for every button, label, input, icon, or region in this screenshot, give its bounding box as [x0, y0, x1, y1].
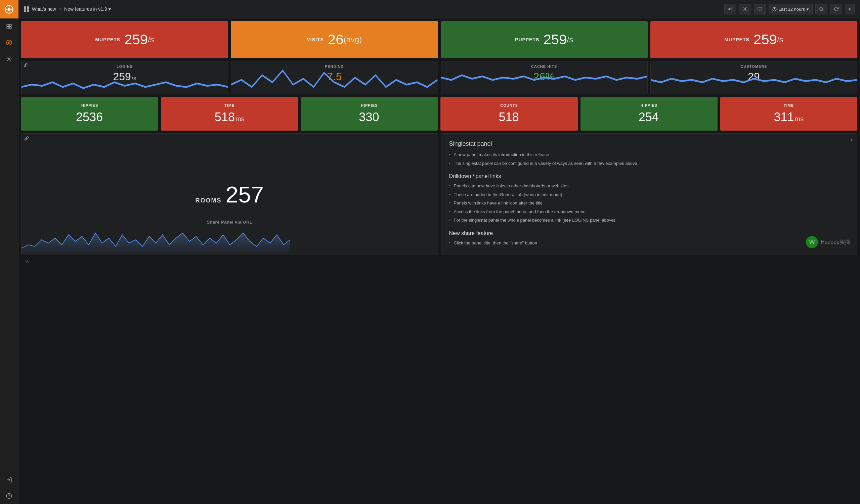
refresh-button[interactable]	[830, 4, 842, 14]
section2-list: Panels can now have links to other dashb…	[449, 183, 849, 224]
rooms-value: 257	[226, 181, 264, 208]
svg-marker-11	[8, 42, 10, 44]
breadcrumb-root[interactable]: What's new	[32, 6, 56, 12]
breadcrumb-current[interactable]: New features in v1.9 ▾	[64, 6, 111, 12]
counts-panel[interactable]: COUNTS 518	[441, 97, 577, 131]
list-item: Panels can now have links to other dashb…	[449, 183, 849, 189]
chevron-down-icon: ▾	[109, 6, 111, 12]
svg-point-18	[731, 10, 732, 11]
settings-icon	[743, 7, 747, 11]
muppets-label-1: MUPPETS	[95, 37, 120, 42]
sidebar-bottom	[0, 472, 18, 504]
sidebar	[0, 0, 18, 504]
list-item: Access the links from the panel menu, an…	[449, 208, 849, 215]
hippies-value-2: 330	[359, 110, 379, 124]
time-label-2: TIME	[784, 103, 794, 107]
row-color-stats: HIPPIES 2536 TIME 518 ms HIPPIES 330	[21, 97, 857, 131]
hippies-panel-2[interactable]: HIPPIES 330	[301, 97, 438, 131]
search-icon	[819, 7, 824, 11]
svg-rect-6	[7, 24, 9, 26]
sidebar-item-help[interactable]	[0, 488, 18, 504]
muppets-unit-1: /s	[148, 35, 154, 44]
svg-point-26	[820, 8, 823, 11]
breadcrumb-separator: >	[59, 6, 61, 12]
display-button[interactable]	[754, 4, 766, 14]
puppets-panel[interactable]: PUPPETS 259 /s	[441, 21, 648, 58]
pending-sparkline	[231, 61, 438, 94]
grafana-icon	[4, 5, 14, 14]
more-button[interactable]: ▾	[845, 4, 855, 14]
time-value-1: 518	[215, 110, 235, 124]
muppets-value-2: 259	[754, 32, 777, 48]
sidebar-item-settings[interactable]	[0, 51, 18, 67]
time-panel-2[interactable]: TIME 311 ms	[720, 97, 857, 131]
puppets-value: 259	[543, 32, 567, 48]
muppets-panel-2[interactable]: MUPPETS 259 /s	[650, 21, 857, 58]
sidebar-item-home[interactable]	[0, 18, 18, 34]
time-picker-button[interactable]: Last 12 hours ▾	[769, 4, 813, 14]
row-bottom: 🔗 ROOMS 257	[21, 133, 857, 255]
sidebar-item-compass[interactable]	[0, 34, 18, 51]
cache-hits-sparkline	[441, 61, 647, 94]
visits-panel[interactable]: VISITS 26 (avg)	[231, 21, 438, 58]
dashboard: MUPPETS 259 /s VISITS 26 (avg) PUPPETS 2…	[18, 18, 860, 504]
time-value-2: 311	[774, 110, 794, 124]
share-button[interactable]	[724, 4, 736, 14]
customers-panel[interactable]: CUSTOMERS 29	[650, 61, 857, 94]
rooms-chart-svg	[22, 228, 290, 255]
hippies-panel-3[interactable]: HIPPIES 254	[580, 97, 718, 131]
list-item: A new panel makes its introduction in th…	[449, 151, 849, 158]
svg-point-10	[7, 40, 12, 45]
list-item: Click the panel title, then the "share" …	[449, 240, 849, 247]
hippies-panel-1[interactable]: HIPPIES 2536	[21, 97, 158, 131]
new-share-list: Click the panel title, then the "share" …	[449, 240, 849, 247]
watermark-text: Hadoop实操	[821, 239, 850, 246]
login-icon	[6, 477, 12, 483]
dropdown-icon[interactable]: ▾	[850, 138, 853, 143]
sidebar-item-login[interactable]	[0, 472, 18, 488]
puppets-unit: /s	[567, 35, 573, 44]
hippies-label-1: HIPPIES	[81, 103, 98, 107]
info-panel: ▾ Singlestat panel A new panel makes its…	[441, 133, 858, 255]
visits-label: VISITS	[307, 37, 324, 42]
link-icon-rooms[interactable]: 🔗	[24, 136, 29, 141]
monitor-icon	[758, 7, 762, 11]
svg-line-27	[822, 10, 823, 11]
app-logo[interactable]	[0, 0, 18, 18]
pending-panel[interactable]: PENDING 7.5	[231, 61, 438, 94]
search-button[interactable]	[815, 4, 828, 14]
main-content: What's new > New features in v1.9 ▾	[18, 0, 860, 504]
svg-rect-7	[10, 24, 11, 26]
time-label-1: TIME	[225, 103, 234, 107]
customers-sparkline	[651, 61, 857, 94]
svg-point-17	[729, 9, 730, 10]
topbar-actions: Last 12 hours ▾ ▾	[724, 4, 855, 14]
settings-button[interactable]	[739, 4, 751, 14]
list-item: The singlestat panel can be configured i…	[449, 160, 849, 167]
hippies-label-3: HIPPIES	[641, 103, 657, 107]
share-footer-area: Share Panel via URL	[22, 217, 438, 227]
compass-icon	[6, 40, 12, 46]
muppets-panel-1[interactable]: MUPPETS 259 /s	[21, 21, 228, 58]
watermark: W Hadoop实操	[806, 236, 850, 248]
hippies-value-3: 254	[639, 110, 659, 124]
section1-list: A new panel makes its introduction in th…	[449, 151, 849, 166]
axis-value: 50	[25, 259, 29, 263]
svg-line-20	[730, 8, 731, 9]
time-panel-1[interactable]: TIME 518 ms	[161, 97, 298, 131]
rooms-label: ROOMS	[196, 197, 222, 204]
hippies-label-2: HIPPIES	[361, 103, 377, 107]
cache-hits-panel[interactable]: CACHE HITS 26%	[441, 61, 648, 94]
logins-panel[interactable]: 🔗 LOGINS 259 /s	[21, 61, 228, 94]
counts-label: COUNTS	[500, 103, 518, 107]
counts-value: 518	[499, 110, 519, 124]
home-icon	[6, 24, 12, 30]
svg-line-19	[730, 10, 731, 10]
svg-point-1	[8, 8, 11, 11]
refresh-icon	[834, 7, 838, 11]
info-panel-content: Singlestat panel A new panel makes its i…	[441, 134, 857, 255]
visits-value: 26	[328, 32, 344, 48]
rooms-stat: ROOMS 257	[196, 181, 264, 208]
share-panel-footer: Share Panel via URL	[22, 217, 438, 227]
watermark-logo: W	[806, 236, 818, 248]
